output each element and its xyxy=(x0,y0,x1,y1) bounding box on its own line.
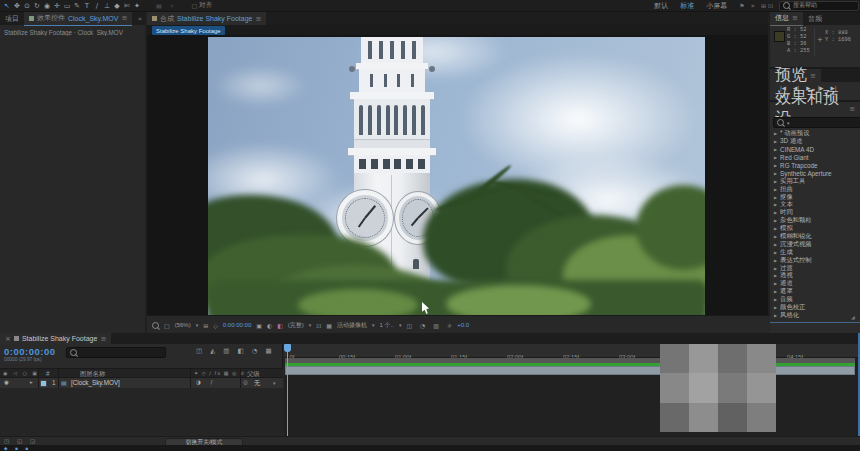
timeline-feature-icons[interactable]: ◫ ◭ ▥ ◧ ◔ ▦ xyxy=(196,347,275,355)
effects-category-row[interactable]: ▶ CINEMA 4D xyxy=(770,146,860,154)
tab-audio[interactable]: 音频 xyxy=(803,14,827,24)
monitor-icon[interactable]: ▢ xyxy=(164,322,170,329)
view-layout-select[interactable]: 1 个.. xyxy=(380,321,394,330)
panel-menu-icon[interactable]: ≡ xyxy=(849,105,855,113)
tab-overflow-icon[interactable]: » xyxy=(138,15,142,23)
twirl-right-icon[interactable]: ▶ xyxy=(774,155,777,160)
effects-category-row[interactable]: ▶ 3D 通道 xyxy=(770,138,860,146)
eraser-tool[interactable]: ◆ xyxy=(112,2,122,10)
panel-resize-grip-icon[interactable]: ◢ xyxy=(851,314,855,320)
twirl-right-icon[interactable]: ▶ xyxy=(774,139,777,144)
twirl-right-icon[interactable]: ▶ xyxy=(774,250,777,255)
viewer-zoom-icon[interactable] xyxy=(152,322,159,329)
eye-icon[interactable]: ◉ xyxy=(4,379,9,385)
panel-menu-icon[interactable]: ≡ xyxy=(810,72,816,80)
workspace-flag-icon[interactable]: ⚑ xyxy=(739,2,744,9)
twirl-right-icon[interactable]: ▶ xyxy=(774,281,777,286)
align-checkbox-icon[interactable]: □ xyxy=(192,2,198,9)
twirl-right-icon[interactable]: ▶ xyxy=(774,202,777,207)
pan-behind-tool[interactable]: ✛ xyxy=(52,2,62,10)
chevron-down-icon[interactable]: ▾ xyxy=(399,322,402,328)
view-options-icons[interactable]: ◫ ◔ ▥ xyxy=(406,322,441,329)
chevron-down-icon[interactable]: ▾ xyxy=(372,322,375,328)
layer-color-label[interactable] xyxy=(40,380,47,387)
twirl-right-icon[interactable]: ▶ xyxy=(774,234,777,239)
twirl-right-icon[interactable]: ▶ xyxy=(774,289,777,294)
twirl-right-icon[interactable]: ▶ xyxy=(774,131,777,136)
effects-search-box[interactable]: ▾ xyxy=(773,117,860,128)
tab-effects-presets[interactable]: 效果和预设 ≡ xyxy=(770,102,860,115)
twirl-right-icon[interactable]: ▶ xyxy=(774,179,777,184)
mask-visibility-icon[interactable]: ◇ xyxy=(213,322,218,329)
tab-info[interactable]: 信息 ≡ xyxy=(770,12,803,26)
twirl-right-icon[interactable]: ▶ xyxy=(774,242,777,247)
workspace-default[interactable]: 默认 xyxy=(654,1,668,11)
tab-project[interactable]: 项目 xyxy=(0,14,24,24)
overflow-chevrons-icon[interactable]: » xyxy=(751,2,755,10)
twirl-right-icon[interactable]: ▶ xyxy=(774,195,777,200)
rotation-tool[interactable]: ↻ xyxy=(32,2,42,10)
comp-navigator-breadcrumb[interactable]: Stabilize Shaky Footage xyxy=(152,26,225,35)
twirl-right-icon[interactable]: ▶ xyxy=(774,226,777,231)
chevron-down-icon[interactable]: ▾ xyxy=(273,380,276,386)
pen-tool[interactable]: ✎ xyxy=(72,2,82,10)
camera-tool[interactable]: ◉ xyxy=(42,2,52,10)
clone-stamp-tool[interactable]: ⊥ xyxy=(102,2,112,10)
tab-timeline[interactable]: × Stabilize Shaky Footage ≡ xyxy=(0,333,111,344)
viewer-timecode[interactable]: 0:00:00:00 xyxy=(223,322,251,328)
parent-pickwhip-icon[interactable]: ◎ xyxy=(243,379,248,385)
reset-exposure-icon[interactable]: ☼ xyxy=(447,322,452,329)
chevron-down-icon[interactable]: ▾ xyxy=(309,322,312,328)
playhead[interactable] xyxy=(284,344,291,352)
effects-category-row[interactable]: ▶ RG Trapcode xyxy=(770,162,860,170)
layer-name[interactable]: [Clock_Sky.MOV] xyxy=(71,379,120,386)
layer-switch-icons[interactable]: ◑ ∕ xyxy=(196,379,216,385)
workspace-small-screen[interactable]: 小屏幕 xyxy=(706,1,727,11)
resolution-select[interactable]: (完整) xyxy=(288,321,304,330)
tab-effect-controls[interactable]: 效果控件 Clock_Sky.MOV ≡ xyxy=(24,12,132,26)
channels-icon[interactable]: ◧ xyxy=(277,322,283,329)
camera-view-select[interactable]: 活动摄像机 xyxy=(337,321,367,330)
twirl-right-icon[interactable]: ▶ xyxy=(774,297,777,302)
timeline-toggle-icons[interactable]: ◳ ◱ ◲ xyxy=(4,438,38,444)
exposure-value[interactable]: +0.0 xyxy=(457,322,469,328)
extra-tool-icons[interactable]: ▤ ✧ xyxy=(156,2,178,9)
effects-category-row[interactable]: ▶ 风格化 xyxy=(770,311,860,319)
snapshot-icon[interactable]: ▣ xyxy=(256,322,262,329)
twirl-right-icon[interactable]: ▶ xyxy=(774,313,777,318)
shape-tool[interactable]: ▭ xyxy=(62,2,72,10)
composition-viewport[interactable] xyxy=(208,37,705,315)
panel-menu-icon[interactable]: ≡ xyxy=(100,335,106,343)
twirl-right-icon[interactable]: ▶ xyxy=(774,187,777,192)
transparency-grid-icon[interactable]: ▦ xyxy=(326,322,332,329)
roto-brush-tool[interactable]: ✄ xyxy=(122,2,132,10)
twirl-right-icon[interactable]: ▶ xyxy=(774,171,777,176)
zoom-level[interactable]: (56%) xyxy=(175,322,191,328)
help-search-box[interactable]: 搜索帮助 xyxy=(779,1,859,11)
hand-tool[interactable]: ✥ xyxy=(12,2,22,10)
region-of-interest-icon[interactable]: ⊡ xyxy=(316,322,321,329)
timeline-search-box[interactable] xyxy=(66,347,166,358)
twirl-right-icon[interactable]: ▶ xyxy=(774,210,777,215)
chevron-down-icon[interactable]: ▾ xyxy=(196,322,199,328)
twirl-right-icon[interactable]: ▶ xyxy=(774,258,777,263)
workspace-standard[interactable]: 标准 xyxy=(680,1,694,11)
selection-tool[interactable]: ↖ xyxy=(2,2,12,10)
show-snapshot-icon[interactable]: ◐ xyxy=(267,322,272,329)
panel-menu-icon[interactable]: ≡ xyxy=(792,14,798,22)
parent-select[interactable]: 无 xyxy=(254,379,260,388)
window-buttons-icon[interactable]: ⊞ ⊡ xyxy=(761,2,773,9)
twirl-right-icon[interactable]: ▶ xyxy=(774,163,777,168)
type-tool[interactable]: T xyxy=(82,2,92,10)
twirl-icon[interactable]: ▸ xyxy=(30,379,33,385)
panel-menu-icon[interactable]: ≡ xyxy=(121,14,127,22)
zoom-tool[interactable]: ⊙ xyxy=(22,2,32,10)
twirl-right-icon[interactable]: ▶ xyxy=(774,147,777,152)
twirl-right-icon[interactable]: ▶ xyxy=(774,218,777,223)
brush-tool[interactable]: ∕ xyxy=(92,2,102,10)
panel-menu-icon[interactable]: ≡ xyxy=(256,15,262,23)
puppet-pin-tool[interactable]: ✦ xyxy=(132,2,142,10)
twirl-right-icon[interactable]: ▶ xyxy=(774,273,777,278)
tab-composition[interactable]: 合成 Stabilize Shaky Footage ≡ xyxy=(147,12,266,25)
effects-category-row[interactable]: ▶ Red Giant xyxy=(770,154,860,162)
